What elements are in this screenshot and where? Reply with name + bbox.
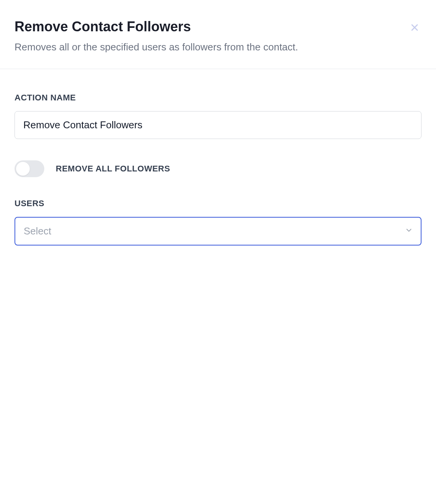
remove-all-followers-toggle[interactable] bbox=[15, 160, 44, 177]
remove-all-followers-label: REMOVE ALL FOLLOWERS bbox=[56, 164, 170, 174]
dialog-header: Remove Contact Followers Removes all or … bbox=[0, 0, 436, 69]
action-name-field-group: ACTION NAME bbox=[15, 93, 421, 139]
close-button[interactable] bbox=[408, 21, 421, 36]
action-name-input[interactable] bbox=[15, 111, 421, 139]
header-text-block: Remove Contact Followers Removes all or … bbox=[15, 18, 408, 54]
form-body: ACTION NAME REMOVE ALL FOLLOWERS USERS S… bbox=[0, 69, 436, 281]
dialog-subtitle: Removes all or the specified users as fo… bbox=[15, 40, 408, 54]
toggle-knob bbox=[16, 162, 30, 176]
users-select[interactable]: Select bbox=[15, 217, 421, 246]
users-label: USERS bbox=[15, 199, 421, 208]
action-name-label: ACTION NAME bbox=[15, 93, 421, 103]
close-icon bbox=[409, 22, 420, 34]
users-select-wrapper: Select bbox=[15, 217, 421, 246]
dialog-title: Remove Contact Followers bbox=[15, 18, 408, 35]
remove-all-toggle-row: REMOVE ALL FOLLOWERS bbox=[15, 160, 421, 177]
users-field-group: USERS Select bbox=[15, 199, 421, 246]
